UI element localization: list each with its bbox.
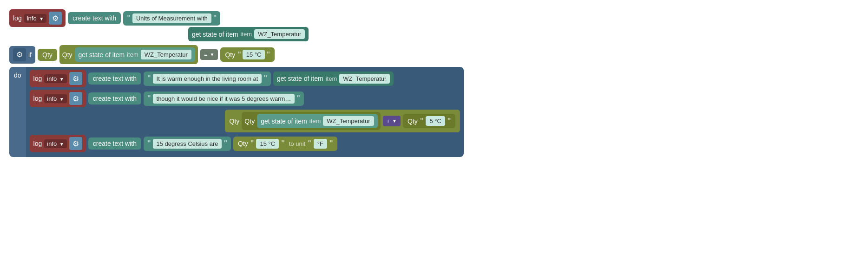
log-block-1: log info ▼ ⚙ [9,9,66,27]
log-label-3: log [33,75,42,82]
celsius-text-value[interactable]: 15 degress Celsius are [153,139,222,149]
q-close-5b: " [281,139,285,148]
dropdown-arrow-1: ▼ [39,16,44,21]
qty-inner-label-1: Qty [62,51,72,59]
qty-block-4b-2: Qty " 5 °C " [403,114,455,128]
plus-label: + [387,118,390,124]
q-open-3: " [147,74,151,83]
gear-icon-4[interactable]: ⚙ [69,92,82,105]
string-inline-1: " 15 °C " [237,50,270,59]
unit-val[interactable]: °F [314,139,327,149]
q-open-2: " [237,51,241,59]
create-text-block-3: create text with [88,72,141,85]
q-close-5c: " [329,139,333,148]
create-text-block-5: create text with [88,137,141,150]
equals-dropdown-arrow: ▼ [210,52,215,57]
get-state-label-4b: get state of item [261,118,307,125]
q-open-4: " [147,94,151,103]
q-close-3: " [263,74,267,83]
dropdown-arrow-3: ▼ [59,77,64,82]
though-text-value[interactable]: though it would be nice if it was 5 degr… [153,94,295,104]
quote-close-1: " [213,14,217,22]
item-value-3[interactable]: WZ_Temperatur [339,74,390,84]
q-close-4b: " [447,117,451,125]
do-container: do log info ▼ ⚙ create text with " [9,67,859,157]
get-state-block-3: get state of item item WZ_Temperatur [273,72,394,86]
get-state-block-1b: get state of item item WZ_Temperatur [188,27,309,41]
qty-inner-4b: Qty get state of item item WZ_Temperatur [242,112,380,130]
string-block-5: " 15 degress Celsius are " [144,137,231,151]
item-value-1b[interactable]: WZ_Temperatur [254,29,305,39]
do-inner: log info ▼ ⚙ create text with " It is wa… [26,67,464,157]
gear-icon-3[interactable]: ⚙ [69,72,82,85]
item-label-1b: item [241,31,252,38]
log-block-5: log info ▼ ⚙ [30,135,86,152]
create-text-label-1: create text with [72,14,116,22]
qty-block-4b: Qty Qty get state of item item WZ_Temper… [225,110,460,132]
value-2[interactable]: 15 °C [243,50,265,59]
units-text-value[interactable]: Units of Measurement with [132,13,211,23]
value-4b[interactable]: 5 °C [426,116,445,126]
info-dropdown-3[interactable]: info ▼ [44,74,67,83]
item-label-4b: item [309,118,321,124]
create-text-label-3: create text with [93,75,137,82]
item-label-3: item [326,75,337,82]
get-state-block-2: get state of item item WZ_Temperatur [75,47,195,62]
gear-icon-1[interactable]: ⚙ [49,12,62,25]
dropdown-arrow-4: ▼ [59,97,64,102]
q-close-4: " [296,94,300,103]
row-4: log info ▼ ⚙ create text with " though i… [30,90,460,107]
qty-block-2: Qty " 15 °C " [220,47,275,62]
plus-block[interactable]: + ▼ [383,116,401,126]
string-block-4: " though it would be nice if it was 5 de… [144,92,304,106]
gear-icon-if[interactable]: ⚙ [13,48,26,61]
create-text-block-1: create text with [68,12,121,24]
dropdown-arrow-5: ▼ [59,142,64,147]
item-label-2: item [127,51,138,58]
row-1: log info ▼ ⚙ create text with " Units of… [9,9,859,27]
get-state-label-2: get state of item [79,51,125,59]
item-value-2[interactable]: WZ_Temperatur [141,50,191,59]
q-open-5c: " [308,139,311,148]
get-state-label-1b: get state of item [192,31,238,38]
q-close-5: " [224,139,227,148]
row-5: log info ▼ ⚙ create text with " 15 degre… [30,135,460,152]
row-2: ⚙ if Qty Qty get state of item item WZ_T… [9,45,859,64]
do-label: do [14,72,21,79]
qty-label-4b: Qty [230,118,240,125]
do-label-block: do [9,67,26,157]
q-open-4b: " [420,117,424,125]
q-open-5b: " [250,139,254,148]
create-text-label-5: create text with [93,140,137,147]
info-dropdown-4[interactable]: info ▼ [44,94,67,103]
if-label: if [28,51,32,59]
equals-label: = [204,51,208,58]
string-block-1: " Units of Measurement with " [123,11,220,26]
item-value-4b[interactable]: WZ_Temperatur [323,116,374,126]
quote-open-1: " [127,14,131,22]
celsius-val[interactable]: 15 °C [256,139,279,149]
string-block-3: " It is warm enough in the living room a… [144,72,271,86]
gear-icon-5[interactable]: ⚙ [69,137,82,150]
warm-text-value[interactable]: It is warm enough in the living room at [153,74,262,84]
to-unit-label: to unit [289,140,305,147]
info-dropdown-1[interactable]: info ▼ [24,14,47,23]
qty-block-1: Qty [38,49,57,61]
qty-label-1: Qty [42,51,53,59]
qty-label-5: Qty [238,140,248,147]
q-close-2: " [266,51,270,59]
qty-label-2: Qty [225,51,235,59]
get-state-label-3: get state of item [277,75,323,82]
equals-block[interactable]: = ▼ [200,49,218,60]
create-text-block-4: create text with [88,92,141,105]
row-4b: Qty Qty get state of item item WZ_Temper… [225,110,460,132]
info-dropdown-5[interactable]: info ▼ [44,139,67,148]
log-label: log [13,14,22,22]
qty-label-4b-2: Qty [408,118,418,125]
qty-inner-label-4b: Qty [244,118,255,125]
log-label-5: log [33,140,42,147]
log-label-4: log [33,95,42,102]
q-open-5: " [147,139,151,148]
if-block: ⚙ if [9,46,35,64]
create-text-label-4: create text with [93,95,137,102]
